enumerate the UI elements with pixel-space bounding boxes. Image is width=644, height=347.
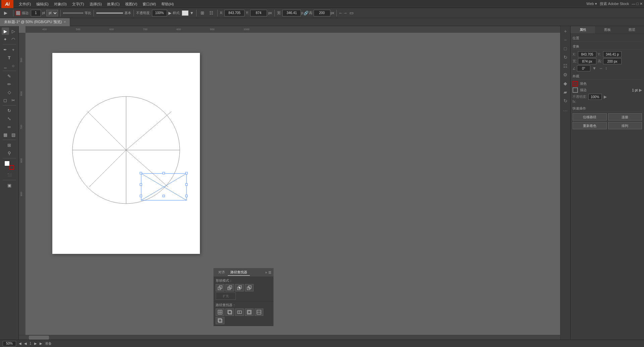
scissors-tool[interactable]: ✂ <box>10 96 17 104</box>
arrange-btn[interactable]: 排列 <box>608 122 642 129</box>
selection-tool[interactable]: ▶ <box>2 27 9 35</box>
rotate-tool[interactable]: ↻ <box>6 107 13 114</box>
link-proportion-icon[interactable]: 🔗 <box>304 11 309 15</box>
opacity-prop-input[interactable] <box>588 94 602 100</box>
properties-tab[interactable]: 属性 <box>571 26 595 33</box>
artboards-nav[interactable]: ☷ <box>562 62 569 70</box>
panel-menu[interactable]: ☰ <box>268 271 271 274</box>
unite-btn[interactable] <box>216 284 224 291</box>
change-screen-mode[interactable]: ▣ <box>6 182 13 189</box>
minus-back-btn[interactable] <box>216 317 224 324</box>
menu-view[interactable]: 视图(V) <box>122 0 140 8</box>
flip-h-icon[interactable]: ↔ <box>599 66 603 71</box>
align-objects-icon[interactable]: ←→ <box>339 9 346 17</box>
trim-btn[interactable] <box>225 308 234 316</box>
slice-tool[interactable]: ⊞ <box>6 141 13 149</box>
x-input[interactable] <box>224 10 245 16</box>
type-tool[interactable]: T <box>6 54 13 61</box>
stroke-color-swatch[interactable] <box>16 11 20 15</box>
h-input[interactable] <box>314 10 330 16</box>
paintbrush-tool[interactable]: ✎ <box>6 72 13 80</box>
fit-page-nav[interactable]: □ <box>562 45 569 52</box>
more-nav[interactable]: … <box>562 106 569 113</box>
y-input[interactable] <box>250 10 267 16</box>
opacity-arrow[interactable]: ▶ <box>604 94 607 99</box>
zoom-out-nav[interactable]: − <box>562 36 569 44</box>
history-nav[interactable]: ↻ <box>562 97 569 105</box>
scale-tool[interactable]: ⤡ <box>6 115 13 122</box>
opacity-input[interactable] <box>152 10 167 16</box>
style-swatch[interactable] <box>182 10 189 16</box>
menu-file[interactable]: 文件(F) <box>16 0 34 8</box>
line-tool[interactable]: ⎯ <box>2 62 9 69</box>
stroke-value-input[interactable] <box>31 10 41 16</box>
merge-btn[interactable] <box>235 308 244 316</box>
libraries-nav[interactable]: ◆ <box>562 80 569 87</box>
page-next-btn[interactable]: ▶ <box>34 342 37 345</box>
crop-btn[interactable] <box>245 308 254 316</box>
menu-object[interactable]: 对象(O) <box>51 0 69 8</box>
ellipse-tool[interactable]: ○ <box>10 62 17 69</box>
angle-dropdown[interactable]: ▼ <box>592 66 596 71</box>
menu-help[interactable]: 帮助(H) <box>159 0 176 8</box>
blend-tool[interactable]: ∞ <box>6 123 13 130</box>
flip-v-icon[interactable]: ↕ <box>605 66 607 71</box>
scroll-thumb-h[interactable] <box>29 336 49 340</box>
style-chevron[interactable]: ▼ <box>190 11 194 15</box>
nav-next[interactable]: ▶ <box>40 342 42 345</box>
doc-tab[interactable]: 未标题-1* @ 50% (RGB/GPU 预览) × <box>0 18 70 26</box>
layers-tab[interactable]: 图层 <box>620 26 644 33</box>
add-anchor-tool[interactable]: + <box>10 46 17 53</box>
properties-nav[interactable]: ⚙ <box>562 71 569 78</box>
panel-expand[interactable]: » <box>265 271 267 274</box>
pen-tool[interactable]: ✒ <box>2 46 9 53</box>
stroke-unit-select[interactable]: pt <box>46 10 58 16</box>
stroke-swatch-box[interactable] <box>9 165 14 170</box>
window-controls[interactable]: — □ ✕ <box>632 2 643 6</box>
exclude-btn[interactable] <box>245 284 254 291</box>
menu-select[interactable]: 选择(S) <box>87 0 105 8</box>
pathfinder-btn[interactable]: 位移路径 <box>573 113 607 121</box>
direct-select-tool[interactable]: ▷ <box>10 27 17 35</box>
menu-window[interactable]: 窗口(W) <box>140 0 159 8</box>
lasso-tool[interactable]: ◠ <box>10 36 17 43</box>
prop-y-input[interactable] <box>603 51 622 57</box>
transform-icon[interactable]: ▭ <box>348 9 355 17</box>
pathfinder-tab[interactable]: 路径查找器 <box>228 269 250 276</box>
grid-icon[interactable]: ☷ <box>208 9 215 17</box>
prop-h-input[interactable] <box>603 58 622 64</box>
prop-x-input[interactable] <box>578 51 596 57</box>
normal-mode[interactable]: ⬛ <box>6 171 13 179</box>
outline-btn[interactable] <box>255 308 263 316</box>
menu-text[interactable]: 文字(T) <box>69 0 87 8</box>
stroke-pt-arrow[interactable]: ▶ <box>639 88 642 92</box>
expand-btn[interactable]: 扩充 <box>216 292 236 300</box>
stroke-pattern-preview[interactable] <box>96 12 123 14</box>
toolbar-select-tool[interactable]: ▶ <box>2 9 9 17</box>
align-tab[interactable]: 对齐 <box>216 269 228 276</box>
angle-input[interactable] <box>577 65 590 71</box>
minus-front-btn[interactable] <box>225 284 234 291</box>
canvas-area[interactable]: 400 500 600 700 800 900 1000 500 600 700… <box>19 26 570 340</box>
align-icon[interactable]: ⊞ <box>199 9 206 17</box>
intersect-btn[interactable] <box>235 284 244 291</box>
tab-close[interactable]: × <box>64 20 66 24</box>
opacity-chevron[interactable]: ▶ <box>168 11 171 15</box>
divide-btn[interactable] <box>216 308 224 316</box>
rotate-nav[interactable]: ↻ <box>562 54 569 61</box>
connect-btn[interactable]: 连接 <box>608 113 642 121</box>
column-graph-tool[interactable]: ▩ <box>2 131 9 138</box>
zoom-input[interactable] <box>3 341 16 346</box>
nav-prev[interactable]: ◀ <box>19 342 21 345</box>
pencil-tool[interactable]: ✏ <box>6 80 13 88</box>
eraser-tool[interactable]: ◻ <box>2 96 9 104</box>
line-graph-tool[interactable]: ▧ <box>10 131 17 138</box>
stroke-style-preview[interactable] <box>63 12 83 14</box>
w-input[interactable] <box>282 10 301 16</box>
zoom-in-nav[interactable]: + <box>562 27 569 35</box>
assets-nav[interactable]: ▰ <box>562 88 569 96</box>
menu-effect[interactable]: 效果(C) <box>104 0 122 8</box>
stroke-appearance-swatch[interactable] <box>573 87 578 93</box>
zoom-tool[interactable]: ⚲ <box>6 149 13 157</box>
menu-edit[interactable]: 编辑(E) <box>34 0 51 8</box>
